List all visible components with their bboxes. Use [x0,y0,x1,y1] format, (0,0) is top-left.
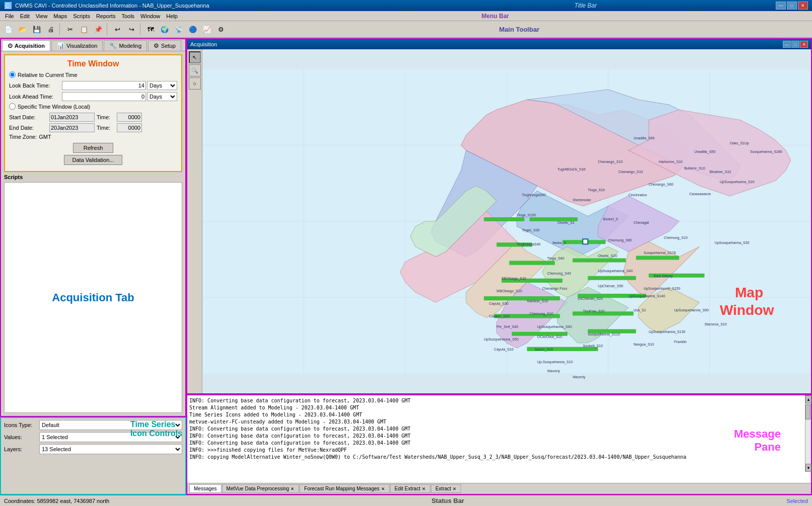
menu-window[interactable]: Window [137,12,163,20]
close-button[interactable]: ✕ [798,2,808,10]
menu-maps[interactable]: Maps [50,12,70,20]
tab-setup[interactable]: ⚙ Setup [148,40,181,51]
zoom-tool-btn[interactable]: 🔍 [189,64,201,76]
svg-text:Map: Map [735,284,763,300]
specific-radio[interactable] [9,103,16,110]
toolbar-cut[interactable]: ✂ [63,23,77,36]
svg-text:Stamoca_S10: Stamoca_S10 [704,322,726,326]
tab-visualization[interactable]: 📊 Visualization [51,40,103,51]
tab-edit-extract-close[interactable]: ✕ [422,486,426,491]
toolbar-redo[interactable]: ↪ [125,23,138,36]
svg-text:Window: Window [720,302,774,318]
icon-controls-panel: Icons Type: Default Values: 1 Selected L… [0,417,186,495]
tab-forecast-run[interactable]: Forecast Run Mapping Messages ✕ [300,484,390,493]
svg-text:Chemung_S60: Chemung_S60 [608,238,632,242]
svg-text:Cataton_S20: Cataton_S20 [489,314,509,318]
lookback-unit-select[interactable]: Days Hours [147,81,177,90]
maximize-button[interactable]: □ [787,2,797,10]
msg-line-7: INFO: Converting base data configuration… [189,440,809,447]
menu-file[interactable]: File [2,12,17,20]
msg-line-9: INFO: copying ModelAlternative Winter_no… [189,454,809,461]
toolbar-map2[interactable]: 🌍 [158,23,171,36]
relative-label: Relative to Current Time [18,72,78,78]
tab-extract-close[interactable]: ✕ [453,486,457,491]
svg-text:Butternr_S10: Butternr_S10 [684,166,705,171]
toolbar-paste[interactable]: 📌 [92,23,105,36]
map-restore-btn[interactable]: □ [791,41,799,48]
svg-text:Cayuta_S30: Cayuta_S30 [489,302,508,306]
toolbar-print[interactable]: 🖨 [44,23,57,36]
menu-edit[interactable]: Edit [17,12,33,20]
messages-scrollbar[interactable]: ▲ ▼ [805,395,811,472]
tab-messages[interactable]: Messages [189,484,222,493]
start-date-input[interactable] [49,113,95,122]
menu-help[interactable]: Help [163,12,181,20]
svg-text:Chenagat: Chenagat [633,221,649,225]
toolbar-chart[interactable]: 📈 [200,23,213,36]
select-tool-btn[interactable]: ↖ [189,51,201,63]
tab-edit-extract[interactable]: Edit Extract ✕ [390,484,430,493]
layers-row: Layers: 13 Selected [4,444,182,454]
toolbar-settings[interactable]: ⚙ [214,23,228,36]
lookahead-input[interactable] [62,92,146,101]
data-validation-button[interactable]: Data Validation... [64,155,123,165]
tab-extract-label: Extract [435,486,451,491]
end-date-input[interactable] [49,123,95,132]
tab-acquisition[interactable]: ⊙ Acquisition [2,40,50,51]
layers-select[interactable]: 13 Selected [39,444,182,454]
tab-extract[interactable]: Extract ✕ [431,484,461,493]
pan-tool-btn[interactable]: ○ [189,77,201,90]
tab-forecast-close[interactable]: ✕ [381,486,385,491]
timezone-value: GMT [39,134,51,140]
menu-tools[interactable]: Tools [118,12,137,20]
toolbar-undo[interactable]: ↩ [111,23,124,36]
map-close-btn[interactable]: ✕ [800,41,808,48]
map-window: Acquisition — □ ✕ ↖ 🔍 ○ Map WindowToolba… [186,38,812,394]
map-title-bar: Acquisition — □ ✕ [187,39,811,49]
svg-text:Togas_S30: Togas_S30 [522,228,540,232]
menu-view[interactable]: View [33,12,51,20]
tab-metvue-close[interactable]: ✕ [290,486,294,491]
minimize-button[interactable]: — [776,2,786,10]
tab-metvue[interactable]: MetVue Data Preprocessing ✕ [222,484,300,493]
svg-text:TinoFow_S20: TinoFow_S20 [583,309,605,313]
menu-bar: File Edit View Maps Scripts Reports Tool… [0,11,812,21]
tab-modeling[interactable]: 🔧 Modeling [104,40,147,51]
toolbar-new[interactable]: 📄 [2,23,15,36]
svg-text:Binarton_S10: Binarton_S10 [710,170,731,174]
menu-scripts[interactable]: Scripts [70,12,93,20]
map-minimize-btn[interactable]: — [783,41,791,48]
svg-text:Chemung_S10: Chemung_S10 [664,236,688,240]
toolbar-map1[interactable]: 🗺 [144,23,157,36]
svg-text:Otselic_S1: Otselic_S1 [557,221,574,225]
tab-visualization-label: Visualization [66,43,98,49]
toolbar-open[interactable]: 📂 [16,23,29,36]
main-content: ⊙ Acquisition 📊 Visualization 🔧 Modeling… [0,38,812,495]
svg-text:Sockett_S10: Sockett_S10 [583,344,603,348]
toolbar-map3[interactable]: 📡 [172,23,185,36]
toolbar-map4[interactable]: 🔵 [186,23,199,36]
svg-text:UsChenan_S20: UsChenan_S20 [578,297,603,301]
msg-line-3: Time Series Icons added to Modeling - 20… [189,411,809,418]
toolbar-save[interactable]: 💾 [30,23,43,36]
main-toolbar: 📄 📂 💾 🖨 ✂ 📋 📌 ↩ ↪ 🗺 🌍 📡 🔵 📈 ⚙ Main Toolb… [0,21,812,38]
menu-reports[interactable]: Reports [93,12,119,20]
tab-metvue-label: MetVue Data Preprocessing [227,486,289,491]
start-time-input[interactable] [117,113,142,122]
toolbar-copy[interactable]: 📋 [78,23,91,36]
left-area: ⊙ Acquisition 📊 Visualization 🔧 Modeling… [0,38,186,495]
map-display[interactable]: Unadilla_S60 Unadilla_S50 Oaks_S1Up Susq… [202,49,811,393]
messages-content[interactable]: INFO: Converting base data configuration… [187,395,811,483]
titlebar-annotation-label: Title Bar [396,2,776,9]
svg-rect-104 [583,239,588,244]
svg-text:Sachn_S10: Sachn_S10 [535,348,553,352]
message-pane-annotation: MessagePane [734,428,781,454]
refresh-button[interactable]: Refresh [73,143,114,153]
lookahead-unit-select[interactable]: Days Hours [147,92,177,101]
end-date-label: End Date: [9,125,49,131]
end-time-input[interactable] [117,123,142,132]
values-label: Values: [4,434,39,440]
tab-modeling-label: Modeling [119,43,141,49]
lookback-input[interactable] [62,81,146,90]
relative-radio[interactable] [9,71,16,78]
